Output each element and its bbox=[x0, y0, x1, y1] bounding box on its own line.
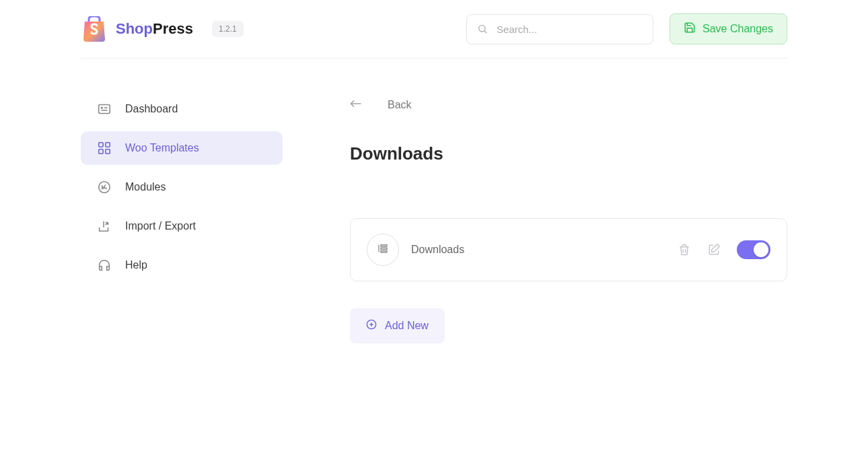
sidebar-item-label: Import / Export bbox=[125, 220, 196, 232]
search-icon bbox=[477, 24, 488, 34]
sidebar-item-dashboard[interactable]: Dashboard bbox=[81, 92, 283, 126]
sidebar-item-label: Dashboard bbox=[125, 103, 178, 115]
sidebar: Dashboard Woo Templates bbox=[81, 92, 283, 343]
back-button[interactable]: Back bbox=[350, 99, 787, 111]
edit-icon[interactable] bbox=[707, 243, 721, 256]
brand-name: ShopPress bbox=[116, 20, 193, 38]
add-new-label: Add New bbox=[385, 320, 429, 332]
save-changes-button[interactable]: Save Changes bbox=[670, 13, 787, 44]
svg-point-3 bbox=[101, 107, 102, 108]
plus-circle-icon bbox=[366, 319, 377, 333]
delete-icon[interactable] bbox=[678, 243, 691, 256]
toggle-knob bbox=[754, 242, 768, 257]
search-input[interactable] bbox=[466, 14, 653, 44]
svg-point-0 bbox=[479, 26, 485, 32]
sidebar-item-woo-templates[interactable]: Woo Templates bbox=[81, 131, 283, 165]
header: ShopPress 1.2.1 bbox=[81, 0, 787, 59]
arrow-left-icon bbox=[350, 99, 362, 111]
svg-rect-8 bbox=[99, 149, 103, 153]
sidebar-item-label: Help bbox=[125, 259, 147, 271]
logo-section: ShopPress 1.2.1 bbox=[81, 16, 244, 42]
template-icon-circle bbox=[367, 234, 399, 266]
logo-icon bbox=[81, 16, 108, 42]
main-content: Back Downloads Downloads bbox=[283, 92, 787, 343]
save-label: Save Changes bbox=[702, 23, 773, 35]
svg-rect-16 bbox=[381, 251, 387, 252]
templates-icon bbox=[97, 141, 112, 156]
svg-line-1 bbox=[484, 31, 486, 33]
sidebar-item-label: Woo Templates bbox=[125, 142, 199, 154]
sidebar-item-help[interactable]: Help bbox=[81, 248, 283, 282]
save-icon bbox=[684, 22, 696, 36]
sidebar-item-import-export[interactable]: Import / Export bbox=[81, 209, 283, 243]
search-wrap bbox=[466, 14, 653, 44]
enable-toggle[interactable] bbox=[737, 240, 770, 259]
svg-rect-6 bbox=[99, 143, 103, 147]
svg-rect-2 bbox=[99, 105, 110, 114]
template-name: Downloads bbox=[411, 244, 678, 256]
template-card: Downloads bbox=[350, 218, 787, 281]
svg-rect-14 bbox=[381, 245, 387, 246]
modules-icon bbox=[97, 180, 112, 195]
version-badge: 1.2.1 bbox=[212, 21, 244, 37]
dashboard-icon bbox=[97, 102, 112, 116]
card-actions bbox=[678, 240, 770, 259]
import-export-icon bbox=[97, 219, 112, 234]
sidebar-item-label: Modules bbox=[125, 181, 166, 193]
svg-rect-7 bbox=[106, 143, 110, 147]
svg-rect-9 bbox=[106, 149, 110, 153]
add-new-button[interactable]: Add New bbox=[350, 308, 445, 343]
back-label: Back bbox=[388, 99, 412, 111]
page-title: Downloads bbox=[350, 143, 787, 164]
help-icon bbox=[97, 258, 112, 273]
list-icon bbox=[377, 242, 389, 257]
sidebar-item-modules[interactable]: Modules bbox=[81, 170, 283, 204]
svg-rect-15 bbox=[381, 248, 387, 249]
